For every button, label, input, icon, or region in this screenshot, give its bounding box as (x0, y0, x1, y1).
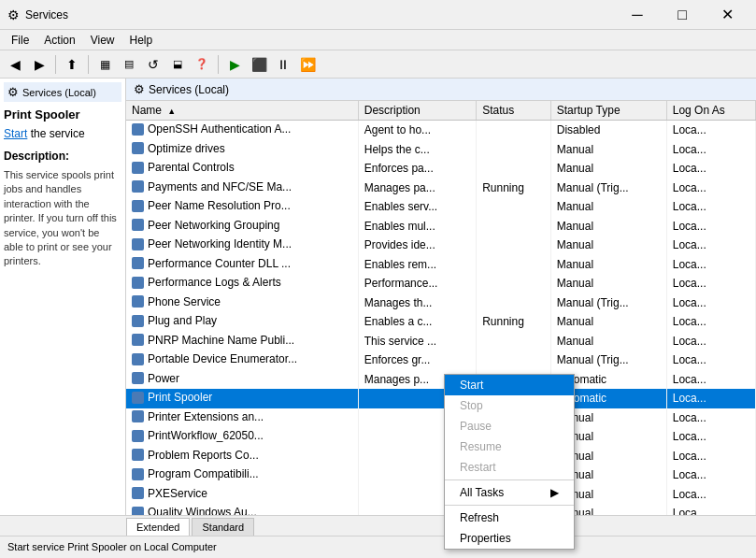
table-row[interactable]: Quality Windows Au...ManualLoca... (126, 504, 756, 515)
table-row[interactable]: Performance Logs & AlertsPerformance...M… (126, 274, 756, 293)
service-icon (132, 449, 144, 461)
context-menu: Start Stop Pause Resume Restart All Task… (444, 374, 575, 550)
cell-status (477, 121, 551, 140)
up-one-button[interactable]: ▤ (118, 53, 140, 76)
table-row[interactable]: PrintWorkflow_62050...RunningManualLoca.… (126, 427, 756, 447)
cell-name: Plug and Play (126, 312, 358, 332)
table-row[interactable]: OpenSSH Authentication A...Agent to ho..… (126, 121, 756, 140)
toolbar: ◀ ▶ ⬆ ▦ ▤ ↺ ⬓ ❓ ▶ ⬛ ⏸ ⏩ (0, 50, 756, 79)
close-button[interactable]: ✕ (706, 2, 749, 28)
table-row[interactable]: Portable Device Enumerator...Enforces gr… (126, 351, 756, 370)
show-hide-console-button[interactable]: ▦ (93, 53, 116, 76)
menu-help[interactable]: Help (122, 32, 161, 49)
services-table[interactable]: Name ▲ Description Status Startup Type L… (126, 101, 756, 515)
cell-status (477, 236, 551, 255)
context-menu-stop[interactable]: Stop (445, 395, 574, 416)
cell-name: Peer Networking Grouping (126, 217, 358, 236)
cell-startup: Disabled (550, 121, 666, 140)
context-menu-properties[interactable]: Properties (445, 528, 574, 549)
menu-file[interactable]: File (4, 32, 36, 49)
cell-startup: Manual (550, 197, 666, 217)
context-menu-pause[interactable]: Pause (445, 416, 574, 436)
minimize-button[interactable]: ─ (616, 2, 659, 28)
refresh-toolbar-button[interactable]: ↺ (142, 53, 164, 76)
tab-extended[interactable]: Extended (126, 518, 190, 536)
sidebar-start-section: Start the service (4, 127, 121, 140)
menu-view[interactable]: View (83, 32, 122, 49)
cell-startup: Manual (550, 332, 666, 351)
cell-logon: Loca... (666, 485, 755, 505)
service-icon (132, 410, 144, 422)
col-logon[interactable]: Log On As (666, 101, 755, 121)
tab-standard[interactable]: Standard (192, 518, 254, 536)
service-icon (132, 487, 144, 499)
forward-button[interactable]: ▶ (28, 53, 50, 76)
service-icon (132, 334, 144, 346)
cell-description: Enables a c... (358, 312, 476, 332)
context-menu-start[interactable]: Start (445, 375, 574, 395)
table-row[interactable]: Peer Networking GroupingEnables mul...Ma… (126, 217, 756, 236)
cell-startup: Manual (550, 159, 666, 179)
table-row[interactable]: Peer Name Resolution Pro...Enables serv.… (126, 197, 756, 217)
table-row[interactable]: PXEServiceManualLoca... (126, 485, 756, 505)
service-icon (132, 123, 144, 136)
table-row[interactable]: Problem Reports Co...ManualLoca... (126, 447, 756, 466)
maximize-button[interactable]: □ (661, 2, 704, 28)
table-row[interactable]: Printer Extensions an...ManualLoca... (126, 408, 756, 428)
table-row[interactable]: Parental ControlsEnforces pa...ManualLoc… (126, 159, 756, 179)
cell-description: Enforces gr... (358, 351, 476, 370)
table-row[interactable]: PNRP Machine Name Publi...This service .… (126, 332, 756, 351)
cell-logon: Loca... (666, 408, 755, 428)
context-menu-restart[interactable]: Restart (445, 457, 574, 478)
sidebar-header-text: Services (Local) (22, 87, 96, 98)
sidebar-description-label: Description: (4, 150, 121, 163)
cell-name: PrintWorkflow_62050... (126, 427, 358, 447)
stop-service-toolbar-button[interactable]: ⬛ (248, 53, 270, 76)
cell-logon: Loca... (666, 447, 755, 466)
context-menu-sep1 (445, 479, 574, 480)
context-menu-refresh[interactable]: Refresh (445, 508, 574, 528)
table-row[interactable]: Phone ServiceManages th...Manual (Trig..… (126, 293, 756, 313)
all-tasks-label: All Tasks (460, 486, 504, 499)
export-button[interactable]: ⬓ (166, 53, 189, 76)
cell-name: Performance Logs & Alerts (126, 274, 358, 293)
menu-action[interactable]: Action (36, 32, 82, 49)
cell-status (477, 293, 551, 313)
service-icon (132, 162, 144, 174)
sidebar-description: This service spools print jobs and handl… (4, 168, 121, 269)
context-menu-resume[interactable]: Resume (445, 436, 574, 457)
cell-logon: Loca... (666, 370, 755, 390)
service-icon (132, 507, 144, 516)
table-row[interactable]: Plug and PlayEnables a c...RunningManual… (126, 312, 756, 332)
table-row[interactable]: Optimize drivesHelps the c...ManualLoca.… (126, 140, 756, 160)
cell-status: Running (477, 179, 551, 198)
col-name[interactable]: Name ▲ (126, 101, 358, 121)
cell-description: Enforces pa... (358, 159, 476, 179)
cell-startup: Manual (Trig... (550, 351, 666, 370)
cell-logon: Loca... (666, 197, 755, 217)
cell-name: Payments and NFC/SE Ma... (126, 179, 358, 198)
content-header-text: Services (Local) (149, 83, 229, 96)
cell-logon: Loca... (666, 217, 755, 236)
table-row[interactable]: Program Compatibili...RunningManualLoca.… (126, 465, 756, 485)
sidebar-start-link[interactable]: Start (4, 127, 27, 140)
cell-name: Optimize drives (126, 140, 358, 160)
table-row[interactable]: Performance Counter DLL ...Enables rem..… (126, 255, 756, 275)
col-startup[interactable]: Startup Type (550, 101, 666, 121)
back-button[interactable]: ◀ (4, 53, 26, 76)
table-row[interactable]: Print SpoolerAutomaticLoca... (126, 389, 756, 408)
table-row[interactable]: Payments and NFC/SE Ma...Manages pa...Ru… (126, 179, 756, 198)
context-menu-all-tasks[interactable]: All Tasks ▶ (445, 482, 574, 503)
service-icon (132, 315, 144, 327)
start-service-toolbar-button[interactable]: ▶ (223, 53, 246, 76)
help-button[interactable]: ❓ (191, 53, 213, 76)
table-row[interactable]: Peer Networking Identity M...Provides id… (126, 236, 756, 255)
restart-service-toolbar-button[interactable]: ⏩ (296, 53, 319, 76)
cell-description: This service ... (358, 332, 476, 351)
table-row[interactable]: PowerManages p...RunningAutomaticLoca... (126, 370, 756, 390)
up-button[interactable]: ⬆ (61, 53, 83, 76)
cell-logon: Loca... (666, 332, 755, 351)
col-description[interactable]: Description (358, 101, 476, 121)
col-status[interactable]: Status (477, 101, 551, 121)
pause-service-toolbar-button[interactable]: ⏸ (272, 53, 294, 76)
